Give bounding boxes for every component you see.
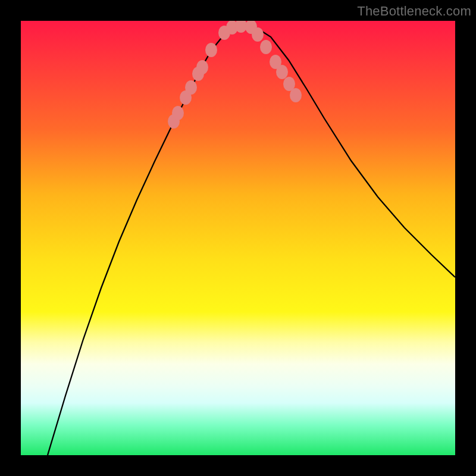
marker-dot xyxy=(226,21,238,35)
marker-dot xyxy=(172,106,184,120)
marker-dot xyxy=(192,67,204,81)
marker-dot xyxy=(270,55,281,69)
marker-dot xyxy=(290,88,302,102)
chart-container: TheBottleneck.com xyxy=(0,0,476,476)
marker-dot xyxy=(218,26,230,40)
marker-dot xyxy=(276,65,288,79)
marker-dot xyxy=(283,77,295,91)
marker-dot xyxy=(205,43,217,57)
marker-dot xyxy=(196,60,208,74)
marker-dot xyxy=(235,21,247,33)
marker-dot xyxy=(185,80,197,95)
plot-area xyxy=(21,21,455,455)
bottleneck-curve xyxy=(48,26,455,455)
chart-svg xyxy=(21,21,455,455)
marker-dot xyxy=(260,40,272,54)
marker-dot xyxy=(252,27,264,42)
watermark-text: TheBottleneck.com xyxy=(357,4,471,19)
marker-dot xyxy=(245,21,257,34)
marker-dot xyxy=(168,114,180,129)
marker-dot xyxy=(180,90,192,105)
marker-group xyxy=(168,21,302,129)
